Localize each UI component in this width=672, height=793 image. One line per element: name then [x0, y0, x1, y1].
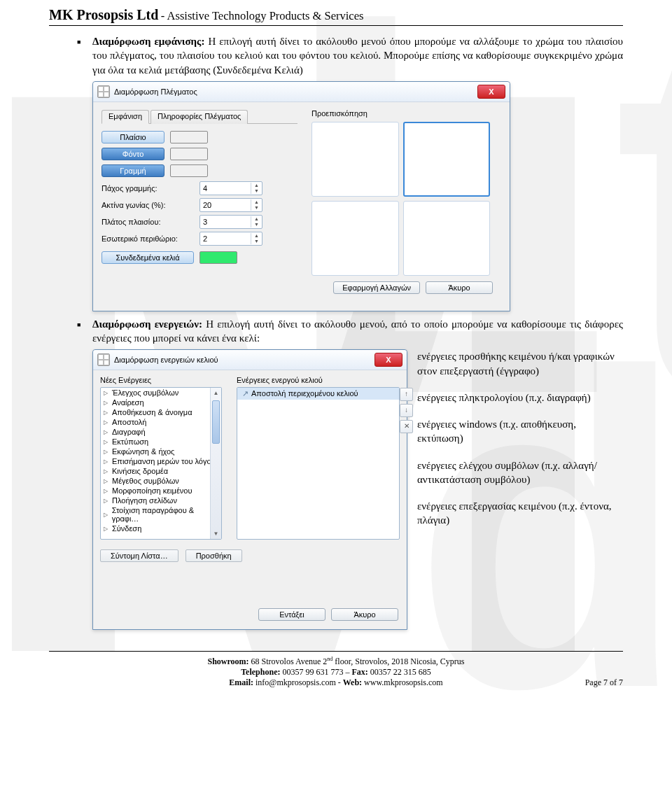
list-item[interactable]: ▷Σύνδεση [101, 524, 221, 533]
list-item[interactable]: ▷Μορφοποίηση κειμένου [101, 486, 221, 496]
short-list-button[interactable]: Σύντομη Λίστα… [100, 549, 178, 562]
line-button[interactable]: Γραμμή [102, 164, 164, 177]
side-note: ενέργειες προσθήκης κειμένου ή/και γραφι… [417, 349, 623, 378]
grid-icon [97, 85, 110, 98]
add-button[interactable]: Προσθήκη [186, 549, 242, 562]
chevron-down-icon[interactable]: ▼ [251, 205, 262, 211]
inner-margin-input[interactable] [200, 234, 251, 243]
inner-margin-spinner[interactable]: ▲▼ [200, 232, 262, 246]
actions-listbox[interactable]: ▷Έλεγχος συμβόλων▷Αναίρεση▷Αποθήκευση & … [100, 387, 222, 540]
close-icon[interactable]: X [477, 85, 505, 99]
section2-title: Διαμόρφωση ενεργειών: [92, 318, 202, 330]
expand-icon: ▷ [104, 400, 109, 406]
list-item[interactable]: ▷Αποθήκευση & άνοιγμα [101, 407, 221, 417]
move-down-button[interactable]: ↓ [400, 404, 413, 417]
linked-cells-button[interactable]: Συνδεδεμένα κελιά [102, 251, 194, 264]
chevron-down-icon[interactable]: ▼ [251, 222, 262, 227]
list-item[interactable]: ▷Κινήσεις δρομέα [101, 466, 221, 476]
side-note: ενέργειες πληκτρολογίου (π.χ. διαγραφή) [417, 391, 623, 405]
radius-spinner[interactable]: ▲▼ [200, 198, 262, 212]
list-item-label: Σύνδεση [112, 524, 141, 533]
scrollbar[interactable]: ▲ ▼ [210, 388, 221, 539]
expand-icon: ▷ [104, 429, 109, 435]
expand-icon: ▷ [104, 458, 109, 465]
expand-icon: ▷ [104, 468, 109, 475]
active-action-item[interactable]: ↗Αποστολή περιεχομένου κελιού [237, 388, 399, 400]
list-item[interactable]: ▷Στοίχιση παραγράφου & γραφι… [101, 505, 221, 524]
footer-showroom-label: Showroom: [207, 657, 248, 666]
dialog-titlebar[interactable]: Διαμόρφωση ενεργειών κελιού X [93, 350, 407, 370]
send-icon: ↗ [241, 389, 248, 398]
cancel-button[interactable]: Άκυρο [426, 281, 493, 294]
tab-appearance[interactable]: Εμφάνιση [102, 110, 149, 124]
frame-width-spinner[interactable]: ▲▼ [200, 215, 262, 229]
preview-cell [312, 122, 399, 197]
footer-address-2: floor, Strovolos, 2018 Nicosia, Cyprus [332, 657, 464, 666]
radius-input[interactable] [200, 201, 251, 209]
section1-title: Διαμόρφωση εμφάνισης: [92, 36, 204, 47]
scroll-down-icon[interactable]: ▼ [211, 528, 221, 539]
active-actions-listbox[interactable]: ↗Αποστολή περιεχομένου κελιού ↑ ↓ ✕ [237, 387, 400, 540]
line-color-swatch[interactable] [170, 164, 208, 177]
line-width-spinner[interactable]: ▲▼ [200, 181, 262, 195]
list-item[interactable]: ▷Αποστολή [101, 417, 221, 427]
expand-icon: ▷ [104, 439, 109, 445]
footer-fax-label: Fax: [351, 667, 368, 677]
preview-label: Προεπισκόπηση [312, 109, 501, 118]
list-item[interactable]: ▷Μέγεθος συμβόλων [101, 476, 221, 486]
expand-icon: ▷ [104, 419, 109, 426]
header-separator: - [161, 9, 167, 22]
header-subtitle: Assistive Technology Products & Services [167, 9, 364, 22]
move-up-button[interactable]: ↑ [400, 388, 413, 401]
remove-button[interactable]: ✕ [400, 420, 413, 433]
chevron-up-icon[interactable]: ▲ [251, 216, 262, 222]
line-width-input[interactable] [200, 184, 251, 192]
footer-web: www.mkprosopsis.com [362, 678, 443, 687]
new-actions-label: Νέες Ενέργειες [100, 376, 230, 384]
page-number: Page 7 of 7 [585, 678, 623, 688]
preview-cell [312, 201, 399, 276]
frame-width-input[interactable] [200, 218, 251, 226]
expand-icon: ▷ [104, 409, 109, 416]
active-action-label: Αποστολή περιεχομένου κελιού [251, 389, 358, 398]
apply-button[interactable]: Εφαρμογή Αλλαγών [333, 281, 420, 294]
list-item[interactable]: ▷Επισήμανση μερών του λόγου [101, 456, 221, 466]
linked-cells-swatch[interactable] [200, 251, 237, 264]
dialog-title: Διαμόρφωση Πλέγματος [114, 87, 477, 96]
list-item-label: Διαγραφή [112, 428, 146, 436]
footer-tel-label: Telephone: [241, 667, 280, 677]
ok-button[interactable]: Εντάξει [258, 608, 326, 621]
list-item-label: Αποθήκευση & άνοιγμα [112, 408, 192, 416]
list-item[interactable]: ▷Αναίρεση [101, 398, 221, 407]
scroll-up-icon[interactable]: ▲ [211, 388, 221, 398]
list-item[interactable]: ▷Εκτύπωση [101, 437, 221, 447]
chevron-up-icon[interactable]: ▲ [251, 233, 262, 239]
preview-grid [312, 122, 490, 276]
footer-email: info@mkprosopsis.com - [253, 678, 343, 687]
frame-button[interactable]: Πλαίσιο [102, 131, 164, 143]
tab-grid-info[interactable]: Πληροφορίες Πλέγματος [150, 110, 248, 124]
page-footer: Showroom: 68 Strovolos Avenue 2nd floor,… [49, 652, 623, 688]
expand-icon: ▷ [104, 512, 109, 518]
page-header: MK Prosopsis Ltd - Assistive Technology … [49, 0, 623, 29]
list-item[interactable]: ▷Έλεγχος συμβόλων [101, 388, 221, 398]
footer-fax: 00357 22 315 685 [368, 667, 431, 677]
list-item-label: Κινήσεις δρομέα [112, 467, 168, 475]
list-item[interactable]: ▷Εκφώνηση & ήχος [101, 447, 221, 456]
dialog-titlebar[interactable]: Διαμόρφωση Πλέγματος X [93, 82, 510, 102]
chevron-down-icon[interactable]: ▼ [251, 188, 262, 194]
list-item[interactable]: ▷Διαγραφή [101, 427, 221, 437]
chevron-up-icon[interactable]: ▲ [251, 183, 262, 188]
expand-icon: ▷ [104, 390, 109, 396]
close-icon[interactable]: X [374, 353, 402, 367]
background-color-swatch[interactable] [170, 148, 208, 160]
section-appearance: ■ Διαμόρφωση εμφάνισης: Η επιλογή αυτή δ… [77, 34, 623, 77]
frame-color-swatch[interactable] [170, 131, 208, 143]
background-button[interactable]: Φόντο [102, 148, 164, 160]
chevron-down-icon[interactable]: ▼ [251, 239, 262, 244]
company-name: MK Prosopsis Ltd [49, 7, 158, 22]
chevron-up-icon[interactable]: ▲ [251, 199, 262, 205]
list-item[interactable]: ▷Πλοήγηση σελίδων [101, 496, 221, 505]
cancel-button[interactable]: Άκυρο [331, 608, 398, 621]
scroll-thumb[interactable] [212, 400, 220, 444]
